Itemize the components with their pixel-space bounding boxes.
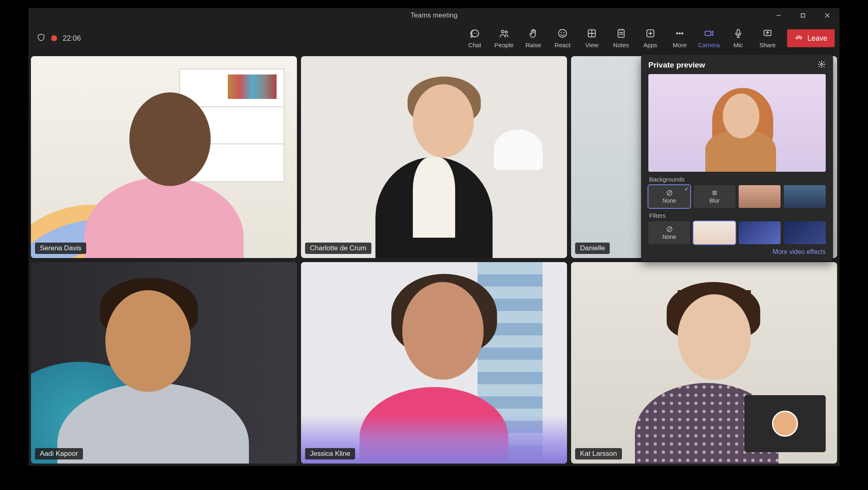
people-button[interactable]: People [489,25,519,51]
svg-point-8 [564,32,564,33]
leave-button[interactable]: Leave [787,29,835,47]
filter-none[interactable]: None [648,221,690,244]
camera-icon [704,28,714,40]
background-image-2[interactable] [784,185,826,208]
svg-point-21 [679,33,680,34]
toolbar-left: 22:06 [33,33,81,44]
participant-name: Kat Larsson [575,448,622,459]
svg-point-33 [714,192,715,193]
toolbar-actions: Chat People Raise React View Notes [460,25,835,51]
meeting-timer: 22:06 [63,34,81,43]
participant-tile[interactable]: Kat Larsson [571,262,837,464]
svg-point-37 [716,194,717,195]
chat-button[interactable]: Chat [460,25,489,51]
raise-hand-icon [528,28,539,40]
background-blur[interactable]: Blur [694,185,735,208]
participant-video [301,262,567,464]
meeting-window: Teams meeting 22:06 Chat [28,8,840,466]
svg-point-20 [676,33,678,34]
background-none[interactable]: ✓ None [648,185,690,208]
close-button[interactable] [815,8,840,23]
window-title: Teams meeting [410,11,457,20]
react-icon [557,28,568,40]
share-icon [762,28,773,40]
svg-point-29 [713,191,713,192]
backgrounds-row: ✓ None Blur [648,185,826,208]
participant-tile[interactable]: Charlotte de Crum [301,56,567,258]
background-image-1[interactable] [739,185,781,208]
svg-point-34 [716,192,717,193]
view-icon [587,28,597,40]
svg-point-4 [501,30,504,33]
svg-rect-24 [737,29,740,34]
blur-icon [711,189,718,197]
self-preview-pip[interactable] [744,395,826,452]
view-button[interactable]: View [577,25,606,51]
filters-row: None ✓ [648,221,826,244]
camera-button[interactable]: Camera [694,25,724,51]
chat-icon [469,28,480,40]
svg-point-31 [716,191,717,192]
react-button[interactable]: React [548,25,577,51]
more-video-effects-link[interactable]: More video effects [648,248,826,256]
preview-video [648,74,826,172]
participant-name: Serena Davis [35,243,86,254]
svg-point-36 [714,194,715,195]
svg-point-32 [713,192,713,193]
svg-point-22 [682,33,683,34]
participant-video [31,56,297,258]
preview-title: Private preview [648,61,705,70]
shield-icon[interactable] [37,33,46,44]
window-controls [766,8,840,23]
preview-settings-button[interactable] [818,60,826,70]
participant-name: Danielle [575,243,610,254]
recording-indicator-icon [51,35,57,41]
hangup-icon [794,33,803,44]
meeting-toolbar: 22:06 Chat People Raise React View [28,23,840,54]
svg-point-26 [821,63,823,66]
notes-button[interactable]: Notes [606,25,636,51]
more-button[interactable]: More [665,25,694,51]
svg-point-30 [714,191,715,192]
none-icon [666,225,673,233]
share-button[interactable]: Share [753,25,782,51]
mic-button[interactable]: Mic [724,25,753,51]
apps-icon [645,28,656,40]
svg-point-5 [505,31,507,33]
filter-1[interactable]: ✓ [694,221,735,244]
gear-icon [818,60,826,68]
raise-hand-button[interactable]: Raise [519,25,548,51]
svg-point-7 [561,32,561,33]
participant-tile[interactable]: Jessica Kline [301,262,567,464]
participant-name: Aadi Kapoor [35,448,83,459]
people-icon [499,28,509,40]
svg-point-6 [558,29,567,37]
svg-rect-23 [705,31,711,36]
apps-button[interactable]: Apps [636,25,665,51]
self-avatar [772,411,798,437]
svg-rect-12 [618,30,624,37]
svg-rect-1 [801,14,805,18]
private-preview-panel: Private preview Backgrounds ✓ None Blur … [641,55,833,261]
svg-point-35 [713,194,713,195]
titlebar: Teams meeting [28,8,840,23]
none-icon [666,189,673,197]
notes-icon [616,28,626,40]
participant-tile[interactable]: Aadi Kapoor [31,262,297,464]
svg-line-28 [667,191,671,195]
check-icon: ✓ [684,186,689,192]
maximize-button[interactable] [791,8,815,23]
check-icon: ✓ [729,222,734,228]
svg-line-39 [667,228,671,231]
more-icon [674,28,685,40]
minimize-button[interactable] [766,8,791,23]
participant-video [31,262,297,464]
filter-2[interactable] [739,221,781,244]
participant-name: Charlotte de Crum [305,243,371,254]
participant-name: Jessica Kline [305,448,355,459]
participant-video [301,56,567,258]
backgrounds-label: Backgrounds [649,176,826,183]
filter-3[interactable] [784,221,826,244]
participant-tile[interactable]: Serena Davis [31,56,297,258]
filters-label: Filters [649,212,826,219]
